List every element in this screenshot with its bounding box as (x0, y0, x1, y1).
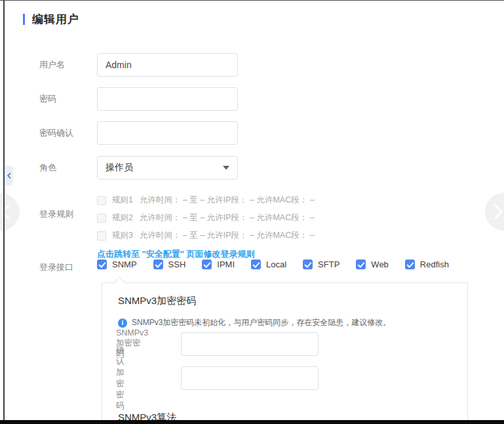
password-confirm-input[interactable] (97, 121, 238, 145)
sftp-checkbox-label: SFTP (318, 260, 339, 269)
snmpv3-panel: SNMPv3加密密码 SNMPv3加密密码未初始化，与用户密码同步，存在安全隐患… (102, 282, 468, 424)
interface-item-sftp[interactable]: SFTP (303, 260, 339, 269)
edit-user-page: 编辑用户 用户名 密码 密码确认 角色 操作员 登录规则 规则1 允许时间： –… (0, 0, 504, 424)
rule1-checkbox[interactable] (97, 196, 106, 205)
interface-item-ipmi[interactable]: IPMI (202, 260, 235, 269)
ssh-checkbox[interactable] (153, 260, 163, 269)
rule3-name: 规则3 (112, 230, 133, 241)
interface-item-redfish[interactable]: Redfish (405, 260, 449, 269)
ipmi-checkbox-label: IPMI (217, 260, 235, 269)
snmpv3-confirm-label: 确认加密密码 (116, 345, 125, 412)
rule3-checkbox[interactable] (97, 231, 106, 241)
interface-item-snmp[interactable]: SNMP (97, 260, 137, 269)
form-row-password-confirm: 密码确认 (0, 121, 504, 145)
ssh-checkbox-label: SSH (168, 260, 186, 269)
chevron-down-icon (223, 166, 229, 170)
title-accent-bar (23, 14, 25, 25)
role-select-value: 操作员 (106, 162, 133, 174)
password-label: 密码 (39, 93, 56, 105)
local-checkbox-label: Local (266, 260, 286, 269)
interface-item-web[interactable]: Web (356, 260, 389, 269)
form-row-username: 用户名 (0, 53, 504, 77)
carousel-next-button[interactable] (485, 193, 504, 231)
login-interfaces-label: 登录接口 (39, 261, 73, 273)
page-title-text: 编辑用户 (32, 12, 79, 27)
form-row-password: 密码 (0, 87, 504, 111)
rule1-detail: 允许时间： – 至 – 允许IP段： – 允许MAC段： – (140, 195, 315, 206)
redfish-checkbox-label: Redfish (420, 260, 449, 269)
login-rule-row: 规则3 允许时间： – 至 – 允许IP段： – 允许MAC段： – (97, 227, 315, 244)
rule2-name: 规则2 (112, 212, 133, 223)
panel-caret (113, 277, 125, 288)
window-bottom-bar (0, 420, 504, 424)
chevron-left-icon (7, 172, 12, 180)
web-checkbox-label: Web (371, 260, 389, 269)
page-title: 编辑用户 (23, 12, 79, 27)
snmpv3-confirm-input[interactable] (181, 366, 319, 390)
username-input[interactable] (97, 53, 238, 77)
security-config-link[interactable]: 点击跳转至 "安全配置" 页面修改登录规则 (97, 248, 255, 260)
rule2-detail: 允许时间： – 至 – 允许IP段： – 允许MAC段： – (140, 212, 315, 223)
redfish-checkbox[interactable] (405, 260, 415, 269)
interface-item-ssh[interactable]: SSH (153, 260, 186, 269)
snmp-checkbox[interactable] (97, 260, 107, 269)
snmp-checkbox-label: SNMP (112, 260, 137, 269)
ipmi-checkbox[interactable] (202, 260, 212, 269)
role-select[interactable]: 操作员 (97, 156, 238, 180)
snmpv3-password-input[interactable] (181, 332, 319, 356)
login-interfaces-group: SNMP SSH IPMI Local SFTP Web Redfish (97, 260, 449, 269)
login-rules-group: 规则1 允许时间： – 至 – 允许IP段： – 允许MAC段： – 规则2 允… (97, 191, 315, 260)
local-checkbox[interactable] (251, 260, 261, 269)
snmpv3-info-text: SNMPv3加密密码未初始化，与用户密码同步，存在安全隐患，建议修改。 (132, 317, 391, 328)
rule2-checkbox[interactable] (97, 214, 106, 223)
password-confirm-label: 密码确认 (39, 127, 73, 139)
rule3-detail: 允许时间： – 至 – 允许IP段： – 允许MAC段： – (140, 230, 315, 241)
login-rule-row: 规则2 允许时间： – 至 – 允许IP段： – 允许MAC段： – (97, 209, 315, 227)
web-checkbox[interactable] (356, 260, 366, 269)
snmpv3-panel-title: SNMPv3加密密码 (118, 295, 196, 307)
sidebar-collapse-tab[interactable] (5, 166, 13, 185)
rule1-name: 规则1 (112, 195, 133, 206)
form-row-role: 角色 操作员 (0, 156, 504, 180)
username-label: 用户名 (39, 59, 65, 71)
info-icon (118, 318, 127, 328)
login-rules-label: 登录规则 (39, 208, 73, 220)
snmpv3-info-row: SNMPv3加密密码未初始化，与用户密码同步，存在安全隐患，建议修改。 (118, 317, 391, 328)
chevron-right-icon (485, 193, 504, 231)
login-rule-row: 规则1 允许时间： – 至 – 允许IP段： – 允许MAC段： – (97, 191, 315, 209)
sftp-checkbox[interactable] (303, 260, 313, 269)
window-left-border (3, 1, 5, 424)
password-input[interactable] (97, 87, 238, 111)
interface-item-local[interactable]: Local (251, 260, 286, 269)
role-label: 角色 (39, 162, 56, 174)
